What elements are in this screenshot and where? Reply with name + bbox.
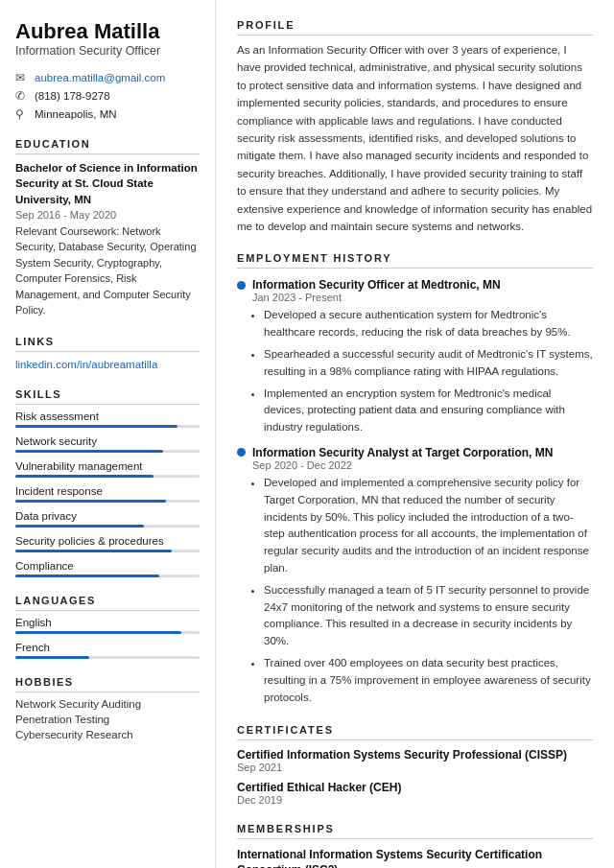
skill-item: Vulnerability management	[15, 460, 200, 478]
email-link[interactable]: aubrea.matilla@gmail.com	[35, 72, 165, 83]
skill-item: Incident response	[15, 485, 200, 503]
cert-date: Dec 2019	[237, 794, 593, 806]
skill-item: Security policies & procedures	[15, 535, 200, 552]
cert-name: Certified Information Systems Security P…	[237, 748, 593, 762]
sidebar-job-title: Information Security Officer	[15, 44, 200, 58]
hobby-item: Cybersecurity Research	[15, 729, 200, 740]
job-bullet: Developed and implemented a comprehensiv…	[264, 475, 593, 577]
certificates-section-title: CERTIFICATES	[237, 724, 593, 740]
education-dates: Sep 2016 - May 2020	[15, 209, 200, 221]
membership-entry: International Information Systems Securi…	[237, 847, 593, 868]
hobbies-section-title: HOBBIES	[15, 676, 200, 692]
job-dates: Sep 2020 - Dec 2022	[252, 459, 593, 471]
language-item: English	[15, 617, 200, 634]
jobs-list: Information Security Officer at Medtroni…	[237, 278, 593, 706]
job-dates: Jan 2023 - Present	[252, 292, 593, 303]
job-bullet: Successfully managed a team of 5 IT secu…	[264, 582, 593, 650]
skill-bar-bg	[15, 425, 200, 428]
email-icon: ✉	[15, 71, 29, 84]
skill-bar-fill	[15, 550, 172, 552]
skill-label: Security policies & procedures	[15, 535, 200, 547]
hobby-item: Penetration Testing	[15, 714, 200, 725]
job-bullet: Spearheaded a successful security audit …	[264, 346, 593, 381]
sidebar-name: Aubrea Matilla	[15, 19, 200, 44]
skills-section-title: SKILLS	[15, 388, 200, 405]
contact-email: ✉ aubrea.matilla@gmail.com	[15, 71, 200, 84]
language-label: French	[15, 642, 200, 653]
hobbies-list: Network Security AuditingPenetration Tes…	[15, 698, 200, 740]
links-section-title: LINKS	[15, 336, 200, 352]
education-section-title: EDUCATION	[15, 138, 200, 154]
job-bullet: Implemented an encryption system for Med…	[264, 386, 593, 436]
job-entry: Information Security Officer at Medtroni…	[237, 278, 593, 436]
job-dot	[237, 448, 246, 457]
job-bullets: Developed and implemented a comprehensiv…	[252, 475, 593, 707]
memberships-section-title: MEMBERSHIPS	[237, 823, 593, 839]
skill-label: Network security	[15, 435, 200, 447]
job-bullets: Developed a secure authentication system…	[252, 307, 593, 436]
memberships-list: International Information Systems Securi…	[237, 847, 593, 868]
skill-bar-fill	[15, 575, 159, 577]
cert-name: Certified Ethical Hacker (CEH)	[237, 781, 593, 794]
skill-item: Risk assessment	[15, 411, 200, 428]
skill-item: Compliance	[15, 560, 200, 577]
linkedin-link-item: linkedin.com/in/aubreamatilla	[15, 358, 200, 371]
lang-bar-fill	[15, 631, 181, 634]
skill-label: Risk assessment	[15, 411, 200, 422]
certificates-list: Certified Information Systems Security P…	[237, 748, 593, 806]
skill-bar-bg	[15, 475, 200, 478]
skill-bar-fill	[15, 525, 144, 528]
skill-item: Network security	[15, 435, 200, 453]
skill-bar-bg	[15, 450, 200, 453]
linkedin-link[interactable]: linkedin.com/in/aubreamatilla	[15, 359, 157, 370]
job-title: Information Security Analyst at Target C…	[237, 446, 593, 459]
contact-location: ⚲ Minneapolis, MN	[15, 107, 200, 121]
education-coursework: Relevant Coursework: Network Security, D…	[15, 223, 200, 318]
certificate-entry: Certified Information Systems Security P…	[237, 748, 593, 773]
job-bullet: Developed a secure authentication system…	[264, 307, 593, 341]
sidebar: Aubrea Matilla Information Security Offi…	[0, 0, 216, 868]
skill-bar-fill	[15, 425, 177, 428]
profile-text: As an Information Security Officer with …	[237, 41, 593, 235]
skill-bar-bg	[15, 500, 200, 503]
main-content: PROFILE As an Information Security Offic…	[216, 0, 614, 868]
skills-list: Risk assessment Network security Vulnera…	[15, 411, 200, 577]
hobby-item: Network Security Auditing	[15, 698, 200, 710]
job-bullet: Trained over 400 employees on data secur…	[264, 655, 593, 706]
employment-section-title: EMPLOYMENT HISTORY	[237, 252, 593, 269]
language-label: English	[15, 617, 200, 628]
cert-date: Sep 2021	[237, 762, 593, 773]
certificate-entry: Certified Ethical Hacker (CEH) Dec 2019	[237, 781, 593, 806]
contact-phone: ✆ (818) 178-9278	[15, 89, 200, 103]
skill-bar-fill	[15, 475, 154, 478]
language-item: French	[15, 642, 200, 659]
skill-bar-bg	[15, 575, 200, 577]
skill-label: Incident response	[15, 485, 200, 497]
skill-label: Data privacy	[15, 510, 200, 522]
lang-bar-bg	[15, 631, 200, 634]
job-entry: Information Security Analyst at Target C…	[237, 446, 593, 707]
lang-bar-bg	[15, 656, 200, 659]
location-icon: ⚲	[15, 107, 29, 121]
skill-bar-fill	[15, 450, 163, 453]
education-degree: Bachelor of Science in Information Secur…	[15, 160, 200, 206]
languages-section-title: LANGUAGES	[15, 595, 200, 611]
skill-label: Vulnerability management	[15, 460, 200, 472]
job-title: Information Security Officer at Medtroni…	[237, 278, 593, 292]
languages-list: English French	[15, 617, 200, 659]
skill-bar-fill	[15, 500, 166, 503]
skill-bar-bg	[15, 550, 200, 552]
skill-item: Data privacy	[15, 510, 200, 528]
profile-section-title: PROFILE	[237, 19, 593, 35]
skill-bar-bg	[15, 525, 200, 528]
lang-bar-fill	[15, 656, 89, 659]
skill-label: Compliance	[15, 560, 200, 572]
job-dot	[237, 281, 246, 290]
phone-icon: ✆	[15, 89, 29, 103]
